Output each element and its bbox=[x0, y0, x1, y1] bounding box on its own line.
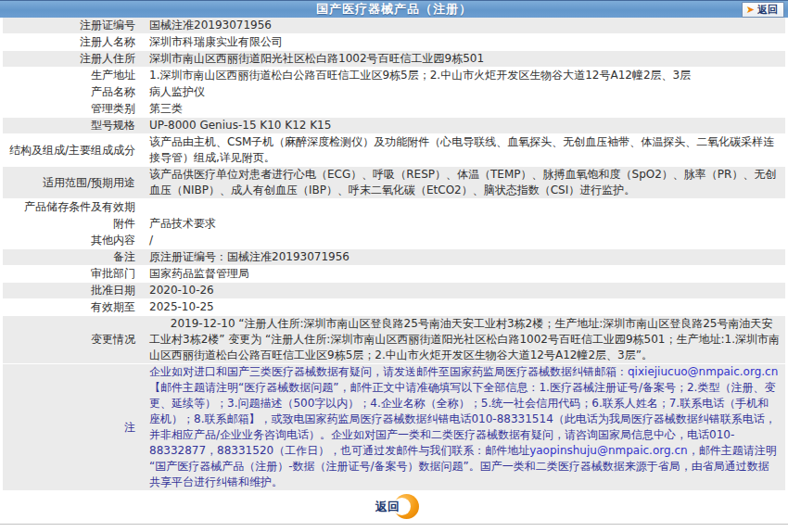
row-label: 批准日期 bbox=[3, 283, 142, 298]
row-label: 注 bbox=[3, 420, 142, 436]
table-row: 型号规格UP-8000 Genius-15 K10 K12 K15 bbox=[3, 118, 785, 134]
row-label: 型号规格 bbox=[3, 118, 142, 133]
page-title: 国产医疗器械产品（注册） bbox=[0, 1, 788, 18]
row-label: 其他内容 bbox=[3, 233, 142, 248]
row-label: 管理类别 bbox=[3, 101, 142, 117]
row-label: 注册人名称 bbox=[3, 34, 142, 50]
back-button-bottom-label: 返回 bbox=[375, 500, 400, 513]
email-link[interactable]: qixiejiucuo@nmpaic.org.cn bbox=[628, 365, 778, 378]
registration-table: 注册证编号国械注准20193071956注册人名称深圳市科瑞康实业有限公司注册人… bbox=[0, 18, 788, 491]
row-label: 生产地址 bbox=[3, 68, 142, 83]
table-row: 管理类别第三类 bbox=[3, 101, 785, 118]
row-value: 深圳市科瑞康实业有限公司 bbox=[142, 34, 785, 50]
row-value: 国械注准20193071956 bbox=[142, 18, 785, 33]
back-button-top[interactable]: ➤ 返回 bbox=[742, 2, 784, 18]
table-row: 结构及组成/主要组成成分该产品由主机、CSM子机（麻醉深度检测仪）及功能附件（心… bbox=[3, 134, 785, 167]
row-value: / bbox=[142, 233, 785, 248]
title-bar: 国产医疗器械产品（注册） ➤ 返回 bbox=[0, 0, 788, 18]
row-value: 原注册证编号：国械注准20193071956 bbox=[142, 249, 785, 265]
row-value: 1.深圳市南山区西丽街道松白公路百旺信工业区9栋5层；2.中山市火炬开发区生物谷… bbox=[142, 68, 785, 83]
row-label: 审批部门 bbox=[3, 266, 142, 282]
row-value: 该产品供医疗单位对患者进行心电（ECG）、呼吸（RESP）、体温（TEMP）、脉… bbox=[142, 167, 785, 198]
email-link[interactable]: yaopinshuju@nmpaic.org.cn bbox=[529, 444, 687, 457]
row-value: 2019-12-10 “注册人住所:深圳市南山区登良路25号南油天安工业村3栋2… bbox=[142, 316, 785, 363]
table-row: 注册人名称深圳市科瑞康实业有限公司 bbox=[3, 34, 785, 51]
row-value: 国家药品监督管理局 bbox=[142, 266, 785, 282]
row-label: 附件 bbox=[3, 216, 142, 232]
orange-arrow-icon: ➤ bbox=[746, 5, 755, 15]
bottom-divider bbox=[0, 524, 788, 525]
row-label: 注册证编号 bbox=[3, 18, 142, 33]
table-row: 变更情况2019-12-10 “注册人住所:深圳市南山区登良路25号南油天安工业… bbox=[3, 316, 785, 364]
row-label: 适用范围/预期用途 bbox=[3, 175, 142, 191]
row-value: 病人监护仪 bbox=[142, 84, 785, 100]
table-row: 注册证编号国械注准20193071956 bbox=[3, 18, 785, 34]
row-label: 变更情况 bbox=[3, 332, 142, 348]
table-row: 其他内容/ bbox=[3, 233, 785, 249]
table-row: 批准日期2020-10-26 bbox=[3, 283, 785, 299]
table-row: 备注原注册证编号：国械注准20193071956 bbox=[3, 249, 785, 266]
row-label: 备注 bbox=[3, 249, 142, 265]
row-label: 产品储存条件及有效期 bbox=[3, 199, 142, 215]
table-row: 审批部门国家药品监督管理局 bbox=[3, 266, 785, 283]
row-label: 有效期至 bbox=[3, 299, 142, 315]
table-row: 注企业如对进口和国产三类医疗器械数据有疑问，请发送邮件至国家药监局医疗器械数据纠… bbox=[3, 364, 785, 491]
back-button-label: 返回 bbox=[757, 5, 778, 15]
row-label: 结构及组成/主要组成成分 bbox=[3, 143, 142, 158]
row-label: 产品名称 bbox=[3, 84, 142, 100]
row-value: 2025-10-25 bbox=[142, 299, 785, 315]
row-value: 产品技术要求 bbox=[142, 216, 785, 232]
row-value: 2020-10-26 bbox=[142, 283, 785, 298]
row-value: 企业如对进口和国产三类医疗器械数据有疑问，请发送邮件至国家药监局医疗器械数据纠错… bbox=[142, 364, 785, 490]
table-row: 附件产品技术要求 bbox=[3, 216, 785, 233]
table-row: 产品储存条件及有效期 bbox=[3, 199, 785, 216]
row-value: 第三类 bbox=[142, 101, 785, 117]
table-row: 有效期至2025-10-25 bbox=[3, 299, 785, 316]
back-button-bottom[interactable]: 返回 bbox=[369, 494, 419, 519]
row-value: 该产品由主机、CSM子机（麻醉深度检测仪）及功能附件（心电导联线、血氧探头、无创… bbox=[142, 134, 785, 166]
row-value: UP-8000 Genius-15 K10 K12 K15 bbox=[142, 118, 785, 133]
table-row: 适用范围/预期用途该产品供医疗单位对患者进行心电（ECG）、呼吸（RESP）、体… bbox=[3, 167, 785, 199]
row-value: 深圳市南山区西丽街道阳光社区松白路1002号百旺信工业园9栋501 bbox=[142, 51, 785, 67]
table-row: 产品名称病人监护仪 bbox=[3, 84, 785, 101]
table-row: 注册人住所深圳市南山区西丽街道阳光社区松白路1002号百旺信工业园9栋501 bbox=[3, 51, 785, 68]
footer: 返回 bbox=[0, 491, 788, 522]
row-label: 注册人住所 bbox=[3, 51, 142, 67]
table-row: 生产地址1.深圳市南山区西丽街道松白公路百旺信工业区9栋5层；2.中山市火炬开发… bbox=[3, 68, 785, 84]
